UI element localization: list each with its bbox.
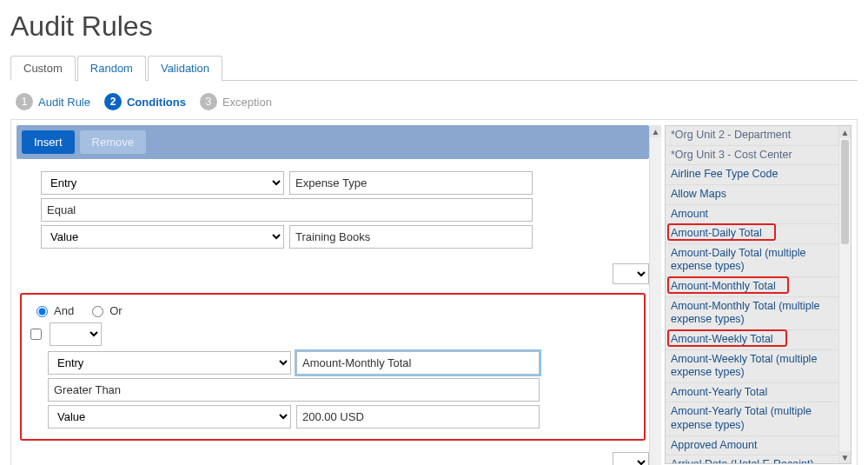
close-paren-row [17, 263, 649, 284]
and-radio[interactable]: And [32, 303, 74, 317]
tabs-bar: CustomRandomValidation [10, 55, 858, 81]
source-select[interactable]: Entry [41, 171, 284, 195]
workarea: Insert Remove EntryExpense TypeEqualValu… [10, 119, 858, 465]
condition-row: Equal [41, 198, 646, 222]
value-field[interactable]: Amount-Monthly Total [296, 351, 540, 375]
field-list-item[interactable]: Arrival Date (Hotel E-Receipt) [666, 455, 838, 463]
scrollbar-right[interactable]: ▲ ▼ [838, 126, 851, 463]
remove-button: Remove [80, 130, 146, 154]
step-number-icon: 3 [200, 93, 217, 110]
paren-select[interactable] [50, 322, 102, 346]
close-paren-row [17, 452, 649, 465]
scroll-up-icon[interactable]: ▲ [650, 125, 661, 137]
source-select[interactable]: Entry [48, 351, 291, 375]
value-field[interactable]: Training Books [289, 225, 533, 249]
scroll-thumb[interactable] [841, 140, 849, 244]
value-field[interactable]: 200.00 USD [296, 405, 540, 428]
condition-row: ValueTraining Books [41, 225, 646, 249]
step-label: Exception [222, 96, 272, 109]
close-paren-select[interactable] [613, 263, 649, 284]
field-list-item[interactable]: Amount-Monthly Total [666, 277, 838, 297]
field-list-item[interactable]: Allow Maps [666, 185, 838, 205]
source-select[interactable]: Value [48, 405, 291, 428]
tab-validation[interactable]: Validation [148, 56, 222, 81]
scrollbar-left[interactable]: ▲ ▼ [649, 125, 661, 465]
condition-row: EntryExpense Type [41, 171, 646, 195]
scroll-down-icon[interactable]: ▼ [839, 451, 851, 463]
insert-button[interactable]: Insert [22, 130, 75, 154]
highlight-box [667, 276, 789, 294]
source-select[interactable]: Value [41, 225, 284, 249]
tab-random[interactable]: Random [77, 56, 146, 81]
field-list-item[interactable]: Approved Amount [666, 436, 838, 456]
condition-block: EntryExpense TypeEqualValueTraining Book… [17, 164, 649, 262]
step-conditions[interactable]: 2Conditions [104, 93, 186, 110]
field-list-item[interactable]: Amount-Yearly Total [666, 383, 838, 403]
highlight-box [667, 223, 776, 241]
radio-label: And [54, 304, 74, 317]
value-field[interactable]: Expense Type [289, 171, 533, 195]
field-list-item[interactable]: *Org Unit 3 - Cost Center [666, 146, 838, 166]
page-title: Audit Rules [10, 10, 858, 43]
conditions-panel: Insert Remove EntryExpense TypeEqualValu… [17, 125, 659, 465]
field-list-item[interactable]: Amount [666, 205, 838, 225]
condition-row: Value200.00 USD [48, 405, 639, 428]
or-radio[interactable]: Or [88, 303, 122, 317]
steps-bar: 1Audit Rule2Conditions3Exception [10, 90, 858, 119]
field-list-panel: *Org Unit 2 - Department*Org Unit 3 - Co… [665, 125, 851, 464]
row-checkbox[interactable] [30, 329, 42, 340]
step-exception: 3Exception [200, 93, 272, 110]
field-list-item[interactable]: Amount-Daily Total [666, 224, 838, 244]
step-label: Conditions [127, 96, 186, 109]
condition-row: EntryAmount-Monthly Total [48, 351, 639, 375]
tab-custom[interactable]: Custom [10, 56, 76, 81]
field-list-item[interactable]: Amount-Monthly Total (multiple expense t… [666, 297, 838, 330]
step-number-icon: 2 [104, 93, 122, 110]
scroll-up-icon[interactable]: ▲ [839, 126, 851, 138]
highlight-box [667, 329, 787, 347]
field-list-item[interactable]: Amount-Daily Total (multiple expense typ… [666, 244, 838, 277]
step-label: Audit Rule [38, 96, 90, 109]
and-radio-input[interactable] [36, 306, 48, 317]
operator-field[interactable]: Equal [41, 198, 533, 222]
field-list-item[interactable]: Amount-Weekly Total (multiple expense ty… [666, 350, 838, 383]
highlighted-block: AndOrEntryAmount-Monthly TotalGreater Th… [20, 293, 646, 441]
or-radio-input[interactable] [92, 306, 103, 317]
toolbar: Insert Remove [17, 125, 649, 159]
field-list-item[interactable]: Amount-Weekly Total [666, 330, 838, 350]
field-list-item[interactable]: Airline Fee Type Code [666, 165, 838, 185]
field-list-item[interactable]: *Org Unit 2 - Department [666, 126, 838, 146]
operator-field[interactable]: Greater Than [48, 378, 540, 402]
radio-label: Or [109, 304, 122, 317]
condition-block: AndOrEntryAmount-Monthly TotalGreater Th… [17, 289, 649, 450]
step-number-icon: 1 [16, 93, 33, 110]
paren-row [27, 322, 639, 346]
step-audit-rule[interactable]: 1Audit Rule [16, 93, 90, 110]
close-paren-select[interactable] [613, 452, 649, 465]
and-or-row: AndOr [27, 300, 639, 322]
condition-row: Greater Than [48, 378, 639, 402]
field-list-item[interactable]: Amount-Yearly Total (multiple expense ty… [666, 402, 838, 435]
